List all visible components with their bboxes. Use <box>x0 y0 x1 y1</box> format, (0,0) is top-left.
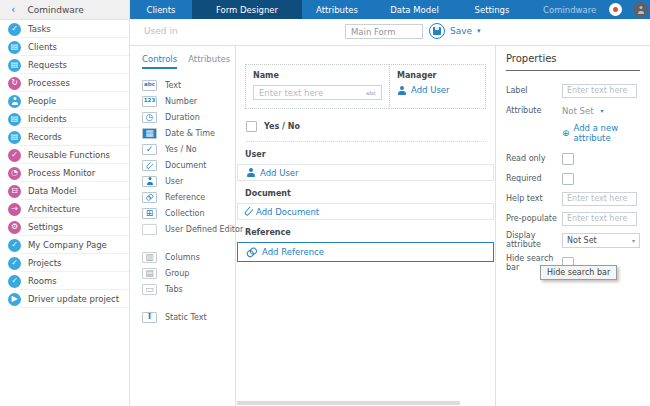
user-avatar[interactable] <box>633 2 648 17</box>
reference-field-box-selected[interactable]: Add Reference <box>237 242 494 262</box>
sidebar-item-incidents[interactable]: ▤ Incidents <box>0 110 129 128</box>
columns-icon: ▥ <box>142 252 157 263</box>
required-checkbox[interactable] <box>562 173 574 185</box>
person-icon <box>397 86 406 95</box>
control-item-collection[interactable]: ⊞ Collection <box>130 205 235 221</box>
control-item-yes-no[interactable]: ✓ Yes / No <box>130 141 235 157</box>
add-reference-link[interactable]: Add Reference <box>246 247 324 257</box>
yes-no-checkbox[interactable] <box>246 121 257 132</box>
document-field-box[interactable]: Add Document <box>237 203 494 220</box>
tab-settings[interactable]: Settings <box>457 0 527 19</box>
control-item-user[interactable]: User <box>130 173 235 189</box>
control-item-columns[interactable]: ▥ Columns <box>130 249 235 265</box>
sidebar-item-architecture[interactable]: → Architecture <box>0 200 129 218</box>
sidebar-item-records[interactable]: ▤ Records <box>0 128 129 146</box>
top-tabs: ClientsForm DesignerAttributesData Model… <box>130 0 527 19</box>
person-icon <box>142 176 157 187</box>
control-item-tabs[interactable]: ▭ Tabs <box>130 281 235 297</box>
link-icon <box>245 246 257 258</box>
name-text-input[interactable]: Enter text here abc <box>253 85 382 100</box>
reference-field[interactable]: Reference Add Reference <box>237 228 494 262</box>
display-attribute-property-row: Display attribute Not Set ▾ <box>506 231 640 249</box>
control-item-static-text[interactable]: T Static Text <box>130 309 235 325</box>
help-text-property-row: Help text Enter text here <box>506 191 640 206</box>
calendar-icon: ▦ <box>142 128 157 139</box>
person-icon <box>246 168 255 177</box>
manager-field-cell[interactable]: Manager Add User <box>389 64 486 109</box>
pre-populate-property-row: Pre-populate Enter text here <box>506 211 640 226</box>
control-item-date-time[interactable]: ▦ Date & Time <box>130 125 235 141</box>
sidebar-item-clients[interactable]: ▤ Clients <box>0 38 129 56</box>
sidebar-item-data-model[interactable]: ⊟ Data Model <box>0 182 129 200</box>
app-sidebar: ‹ Comindware ✓ Tasks ▤ Clients ▤ Request… <box>0 0 130 406</box>
horizontal-scrollbar[interactable] <box>237 401 460 405</box>
control-item-user-defined-editor[interactable]: User Defined Editor <box>130 221 235 237</box>
add-user-link[interactable]: Add User <box>397 85 478 95</box>
add-document-link[interactable]: Add Document <box>246 207 319 217</box>
document-field-label: Document <box>245 189 494 198</box>
name-field-cell[interactable]: Name Enter text here abc <box>245 64 389 109</box>
sidebar-item-people[interactable]: People <box>0 92 129 110</box>
send-icon: ▶ <box>8 293 21 306</box>
check-icon: ✓ <box>8 239 21 252</box>
sidebar-item-processes[interactable]: ↻ Processes <box>0 74 129 92</box>
tab-attributes[interactable]: Attributes <box>188 54 230 69</box>
sidebar-item-my-company-page[interactable]: ✓ My Company Page <box>0 236 129 254</box>
document-field[interactable]: Document Add Document <box>237 189 494 220</box>
check-icon: ✓ <box>8 257 21 270</box>
display-attribute-select[interactable]: Not Set ▾ <box>562 233 640 248</box>
sidebar-item-reusable-functions[interactable]: ✓ Reusable Functions <box>0 146 129 164</box>
hide-search-bar-property-row: Hide search bar Hide search bar <box>506 254 640 272</box>
help-text-input[interactable]: Enter text here <box>562 192 637 206</box>
control-item-document[interactable]: Document <box>130 157 235 173</box>
chevron-left-icon[interactable]: ‹ <box>11 4 15 15</box>
reference-field-label: Reference <box>245 228 494 237</box>
control-item-text[interactable]: abc Text <box>130 77 235 93</box>
chevron-down-icon[interactable]: ▾ <box>477 27 481 35</box>
sidebar-header[interactable]: ‹ Comindware <box>0 0 129 20</box>
used-in-field[interactable]: Used in <box>144 26 178 36</box>
controls-panel-tabs: Controls Attributes <box>130 54 235 69</box>
notification-dot-icon[interactable] <box>609 3 622 16</box>
label-input[interactable]: Enter text here <box>562 84 637 98</box>
document-icon: ▤ <box>8 41 21 54</box>
user-field-box[interactable]: Add User <box>237 164 494 181</box>
add-new-attribute-link[interactable]: ⊕ Add a new attribute <box>562 123 640 143</box>
sidebar-item-process-monitor[interactable]: ◔ Process Monitor <box>0 164 129 182</box>
control-item-duration[interactable]: ◷ Duration <box>130 109 235 125</box>
control-item-reference[interactable]: Reference <box>130 189 235 205</box>
form-name-input[interactable]: Main Form <box>345 24 423 39</box>
check-icon: ✓ <box>142 144 157 155</box>
control-item-number[interactable]: 123 Number <box>130 93 235 109</box>
user-field[interactable]: User Add User <box>237 150 494 181</box>
manager-field-label: Manager <box>397 71 478 80</box>
chevron-down-icon[interactable]: ▾ <box>601 107 604 114</box>
canvas-top-row: Name Enter text here abc Manager Add Use… <box>245 64 486 109</box>
tabs-icon: ▭ <box>142 284 157 295</box>
name-field-label: Name <box>253 71 382 80</box>
sidebar-item-driver-update-project[interactable]: ▶ Driver update project <box>0 290 129 308</box>
tab-form-designer[interactable]: Form Designer <box>192 0 302 19</box>
controls-list: abc Text 123 Number ◷ Duration ▦ Date & … <box>130 77 235 325</box>
tab-clients[interactable]: Clients <box>130 0 192 19</box>
add-user-link[interactable]: Add User <box>246 168 299 178</box>
123-icon: 123 <box>142 96 157 107</box>
tab-attributes[interactable]: Attributes <box>302 0 372 19</box>
sidebar-item-requests[interactable]: ▤ Requests <box>0 56 129 74</box>
check-icon: ✓ <box>8 149 21 162</box>
yes-no-field[interactable]: Yes / No <box>246 121 486 142</box>
tab-controls[interactable]: Controls <box>142 54 177 69</box>
sidebar-item-projects[interactable]: ✓ Projects <box>0 254 129 272</box>
properties-panel: Properties Label Enter text here Attribu… <box>496 46 650 406</box>
tab-data-model[interactable]: Data Model <box>372 0 457 19</box>
sidebar-item-settings[interactable]: ⚙ Settings <box>0 218 129 236</box>
sidebar-item-rooms[interactable]: ✓ Rooms <box>0 272 129 290</box>
attribute-dropdown[interactable]: Not Set <box>562 106 594 116</box>
read-only-checkbox[interactable] <box>562 153 574 165</box>
control-item-group[interactable]: ▤ Group <box>130 265 235 281</box>
hide-search-bar-tooltip: Hide search bar <box>540 265 617 280</box>
pre-populate-input[interactable]: Enter text here <box>562 212 637 226</box>
save-button[interactable]: Save ▾ <box>429 23 481 39</box>
sidebar-item-tasks[interactable]: ✓ Tasks <box>0 20 129 38</box>
brand-label[interactable]: Comindware <box>543 0 596 19</box>
